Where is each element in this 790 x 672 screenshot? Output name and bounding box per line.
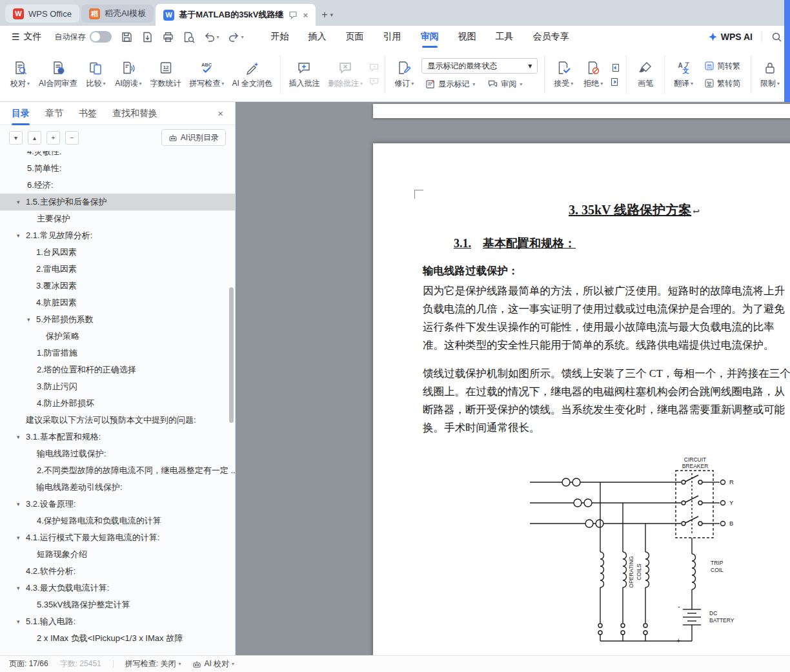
sidebar-tab-chapters[interactable]: 章节 [45, 102, 63, 125]
redo-chevron-icon[interactable]: ▾ [241, 34, 244, 40]
undo-button[interactable]: ▾ [203, 31, 219, 43]
tab-list-chevron-icon[interactable]: ▾ [330, 12, 333, 18]
toc-item[interactable]: 6.经济: [0, 177, 235, 194]
show-marks-button[interactable]: 显示标记▾ [421, 77, 479, 91]
toc-item[interactable]: ▾5.1.输入电路: [0, 613, 235, 630]
sidebar-tab-find-replace[interactable]: 查找和替换 [112, 102, 157, 125]
delete-comment-button[interactable]: 删除批注▾ [324, 52, 367, 97]
sidebar-scrollbar[interactable] [229, 287, 234, 423]
redo-button[interactable]: ▾ [228, 31, 244, 43]
toc-item[interactable]: 2 x IMax 负载<IPickup<1/3 x IMax 故障 [0, 630, 235, 647]
toc-item[interactable]: ▾4.1.运行模式下最大短路电流的计算: [0, 529, 235, 546]
print-button[interactable] [162, 31, 174, 43]
toc-item[interactable]: ▾5.外部损伤系数 [0, 311, 235, 328]
next-revision-button[interactable] [609, 77, 621, 87]
expand-arrow-icon[interactable]: ▾ [17, 613, 20, 630]
autosave-toggle[interactable] [90, 31, 112, 43]
ai-read-aloud-button[interactable]: AI朗读▾ [110, 52, 146, 97]
toc-item[interactable]: 短路现象介绍 [0, 546, 235, 563]
menu-view[interactable]: 视图 [458, 26, 476, 48]
ai-recognize-toc-button[interactable]: AI识别目录 [161, 129, 226, 146]
to-simplified-button[interactable]: 繁 繁转简 [701, 76, 744, 90]
toc-item[interactable]: 5.简单性: [0, 160, 235, 177]
reject-revision-button[interactable]: 拒绝▾ [578, 52, 608, 97]
tab-current-document[interactable]: W 基于MATLAB的35kV线路继 × [156, 4, 316, 26]
expand-arrow-icon[interactable]: ▾ [17, 529, 20, 546]
toc-item[interactable]: 1.台风因素 [0, 244, 235, 261]
marks-state-dropdown[interactable]: 显示标记的最终状态▾ [421, 58, 538, 74]
toc-item[interactable]: 4.2.软件分析: [0, 563, 235, 580]
toc-item[interactable]: ▾2.1.常见故障分析: [0, 227, 235, 244]
menu-start[interactable]: 开始 [271, 26, 289, 48]
expand-arrow-icon[interactable]: ▾ [17, 227, 20, 244]
toc-item[interactable]: 输电线路过载保护: [0, 445, 235, 462]
previous-revision-button[interactable] [609, 63, 621, 73]
search-button[interactable] [771, 32, 782, 43]
file-menu-button[interactable]: ☰ 文件 [8, 31, 46, 43]
expand-all-button[interactable]: ▴ [28, 131, 41, 145]
tab-docer-template[interactable]: 稻 稻壳AI模板 [81, 5, 154, 23]
toc-item[interactable]: 4.肮脏因素 [0, 294, 235, 311]
proofread-button[interactable]: 校对▾ [5, 52, 35, 97]
print-preview-button[interactable] [183, 31, 195, 43]
toc-item[interactable]: 2.塔的位置和杆的正确选择 [0, 361, 235, 378]
accept-revision-button[interactable]: 接受▾ [549, 52, 578, 97]
toc-item[interactable]: 2.雷电因素 [0, 261, 235, 278]
translate-button[interactable]: A文 翻译▾ [669, 52, 698, 97]
toc-item[interactable]: ▾3.1.基本配置和规格: [0, 429, 235, 445]
restrict-button[interactable]: 限制▾ [755, 52, 785, 97]
menu-review[interactable]: 审阅 [421, 26, 439, 48]
ai-contract-review-button[interactable]: AI AI合同审查 [35, 52, 81, 97]
toc-item[interactable]: 建议采取以下方法可以预防本文中提到的问题: [0, 412, 235, 429]
sidebar-tab-toc[interactable]: 目录 [12, 102, 30, 125]
word-count-indicator[interactable]: 字数: 25451 [60, 658, 101, 669]
toc-item[interactable]: 2.不同类型故障的故障电流不同，继电器整定有一定 ... [0, 462, 235, 479]
wps-ai-button[interactable]: WPS AI [708, 32, 753, 42]
brush-button[interactable]: 画笔 [631, 52, 660, 97]
sidebar-tab-bookmarks[interactable]: 书签 [79, 102, 97, 125]
to-traditional-button[interactable]: 简 简转繁 [701, 59, 744, 73]
next-comment-button[interactable] [368, 77, 380, 87]
expand-arrow-icon[interactable]: ▾ [27, 311, 30, 328]
toc-item[interactable]: 3.防止污闪 [0, 378, 235, 395]
insert-comment-button[interactable]: 插入批注 [285, 52, 324, 97]
toc-item[interactable]: 3.覆冰因素 [0, 278, 235, 294]
toc-item[interactable]: 输电线路差动引线保护: [0, 479, 235, 496]
expand-arrow-icon[interactable]: ▾ [17, 429, 20, 445]
toc-item[interactable]: 主要保护 [0, 210, 235, 227]
menu-page[interactable]: 页面 [346, 26, 364, 48]
new-tab-button[interactable]: + [321, 9, 327, 21]
toc-item[interactable]: 4.防止外部损坏 [0, 395, 235, 412]
review-panel-button[interactable]: 审阅▾ [484, 77, 526, 91]
menu-reference[interactable]: 引用 [383, 26, 401, 48]
menu-insert[interactable]: 插入 [309, 26, 327, 48]
expand-arrow-icon[interactable]: ▾ [17, 580, 20, 596]
revise-button[interactable]: 修订▾ [389, 52, 419, 97]
zoom-in-toc-button[interactable]: + [46, 131, 60, 145]
spellcheck-status-button[interactable]: 拼写检查: 关闭▾ [125, 658, 181, 669]
close-sidebar-icon[interactable]: × [218, 108, 223, 119]
toc-item[interactable]: 保护策略 [0, 328, 235, 345]
spell-check-button[interactable]: ABC 拼写检查▾ [185, 52, 228, 97]
ai-polish-button[interactable]: AI 全文润色 [228, 52, 276, 97]
previous-comment-button[interactable] [368, 63, 380, 73]
close-tab-icon[interactable]: × [303, 10, 309, 20]
toc-item[interactable]: 1.防雷措施 [0, 345, 235, 361]
comment-bubble-icon[interactable] [289, 10, 298, 19]
toc-item[interactable]: 4.保护短路电流和负载电流的计算 [0, 513, 235, 529]
output-pdf-button[interactable] [141, 31, 154, 43]
undo-chevron-icon[interactable]: ▾ [217, 34, 219, 40]
menu-member[interactable]: 会员专享 [533, 26, 569, 48]
zoom-out-toc-button[interactable]: − [65, 131, 79, 145]
tab-wps-office[interactable]: W WPS Office [5, 5, 79, 23]
toc-item[interactable]: 4.灵敏性: [0, 151, 235, 160]
toc-item[interactable]: ▾1.5.主保护和后备保护 [0, 194, 235, 210]
save-button[interactable] [121, 31, 133, 43]
word-count-button[interactable]: 12 字数统计 [146, 52, 185, 97]
ai-proofread-button[interactable]: AI 校对▾ [192, 658, 234, 669]
compare-button[interactable]: 比较▾ [81, 52, 110, 97]
document-page[interactable]: 3. 35kV 线路保护方案↩ 3.1.基本配置和规格： 输电线路过载保护： 因… [373, 143, 790, 655]
collapse-all-button[interactable]: ▾ [9, 131, 23, 145]
toc-item[interactable]: ▾4.3.最大负载电流计算: [0, 580, 235, 596]
menu-tools[interactable]: 工具 [496, 26, 514, 48]
